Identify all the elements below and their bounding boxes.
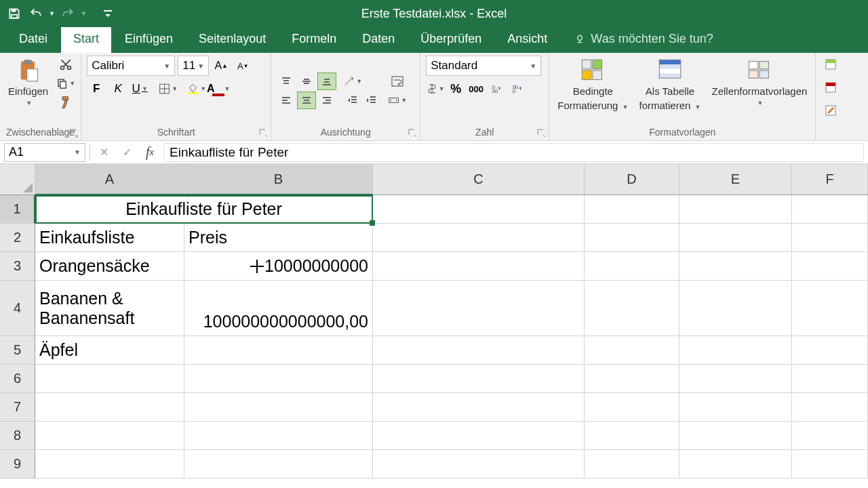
cell-A1[interactable]: Einkaufliste für Peter (35, 195, 373, 224)
align-left-button[interactable] (277, 92, 296, 109)
tell-me-search[interactable]: Was möchten Sie tun? (574, 32, 713, 53)
increase-indent-button[interactable] (362, 92, 381, 109)
cut-button[interactable] (56, 56, 75, 73)
cell-C9[interactable] (373, 450, 585, 479)
cell-D8[interactable] (585, 422, 679, 450)
decrease-font-button[interactable]: A▼ (233, 57, 252, 75)
align-right-button[interactable] (317, 92, 336, 109)
copy-button[interactable]: ▼ (56, 75, 75, 92)
font-color-button[interactable]: A ▼ (209, 80, 228, 98)
cell-E8[interactable] (679, 422, 792, 450)
tab-home[interactable]: Start (61, 26, 111, 53)
cell-A5[interactable]: Äpfel (35, 336, 184, 365)
orientation-button[interactable]: ▼ (343, 73, 362, 90)
cell-D7[interactable] (585, 393, 679, 422)
cell-E6[interactable] (679, 365, 792, 393)
cell-B2[interactable]: Preis (184, 224, 373, 252)
col-header-E[interactable]: E (679, 164, 792, 195)
tab-data[interactable]: Daten (350, 26, 407, 53)
cell-E7[interactable] (679, 393, 792, 422)
col-header-B[interactable]: B (184, 164, 373, 195)
format-cells-button[interactable] (821, 102, 840, 119)
number-dialog-launcher[interactable] (536, 128, 546, 138)
decrease-decimal-button[interactable]: .00.0 (507, 80, 526, 98)
cell-C8[interactable] (373, 422, 585, 450)
tab-review[interactable]: Überprüfen (408, 26, 494, 53)
row-header-6[interactable]: 6 (0, 365, 35, 393)
col-header-C[interactable]: C (373, 164, 585, 195)
cell-A6[interactable] (35, 365, 184, 393)
tab-view[interactable]: Ansicht (495, 26, 559, 53)
cell-B8[interactable] (184, 422, 373, 450)
cell-F5[interactable] (792, 336, 868, 365)
cell-B9[interactable] (184, 450, 373, 479)
cell-D4[interactable] (585, 281, 679, 336)
row-header-1[interactable]: 1 (0, 195, 35, 224)
tab-page-layout[interactable]: Seitenlayout (186, 26, 278, 53)
accounting-format-button[interactable]: ▼ (426, 80, 445, 98)
cell-B5[interactable] (184, 336, 373, 365)
cell-F2[interactable] (792, 224, 868, 252)
cell-D1[interactable] (585, 195, 679, 224)
cell-D3[interactable] (585, 252, 679, 281)
redo-button[interactable] (59, 5, 77, 22)
insert-cells-button[interactable] (821, 56, 840, 73)
worksheet-grid[interactable]: ABCDEF 1Einkaufliste für Peter2Einkaufsl… (0, 164, 868, 479)
cell-C6[interactable] (373, 365, 585, 393)
cell-B7[interactable] (184, 393, 373, 422)
cell-E1[interactable] (679, 195, 792, 224)
cell-A9[interactable] (35, 450, 184, 479)
cell-C4[interactable] (373, 281, 585, 336)
cell-E2[interactable] (679, 224, 792, 252)
row-header-5[interactable]: 5 (0, 336, 35, 365)
cell-F4[interactable] (792, 281, 868, 336)
cell-A2[interactable]: Einkaufsliste (35, 224, 184, 252)
cell-A8[interactable] (35, 422, 184, 450)
row-header-4[interactable]: 4 (0, 281, 35, 336)
cell-C2[interactable] (373, 224, 585, 252)
row-header-8[interactable]: 8 (0, 422, 35, 450)
cell-D9[interactable] (585, 450, 679, 479)
qat-customize-button[interactable] (99, 5, 117, 22)
cell-D6[interactable] (585, 365, 679, 393)
increase-font-button[interactable]: A▲ (212, 57, 231, 75)
cell-D2[interactable] (585, 224, 679, 252)
align-bottom-button[interactable] (317, 73, 336, 90)
format-painter-button[interactable] (56, 94, 75, 111)
cell-D5[interactable] (585, 336, 679, 365)
cell-F8[interactable] (792, 422, 868, 450)
cell-E9[interactable] (679, 450, 792, 479)
comma-format-button[interactable]: 000 (467, 80, 486, 98)
increase-decimal-button[interactable]: .0.00 (487, 80, 506, 98)
cell-A7[interactable] (35, 393, 184, 422)
cell-B4[interactable]: 100000000000000,00 (184, 281, 373, 336)
clipboard-dialog-launcher[interactable] (68, 128, 78, 138)
align-middle-button[interactable] (297, 73, 316, 90)
cell-E5[interactable] (679, 336, 792, 365)
align-center-button[interactable] (297, 92, 316, 109)
delete-cells-button[interactable] (821, 79, 840, 96)
tab-formulas[interactable]: Formeln (279, 26, 349, 53)
cell-F3[interactable] (792, 252, 868, 281)
wrap-text-button[interactable] (388, 73, 407, 90)
save-button[interactable] (5, 5, 23, 22)
font-name-select[interactable]: Calibri ▼ (87, 56, 175, 76)
row-header-7[interactable]: 7 (0, 393, 35, 422)
row-header-9[interactable]: 9 (0, 450, 35, 479)
font-dialog-launcher[interactable] (258, 128, 268, 138)
undo-dropdown-icon[interactable]: ▼ (49, 10, 55, 17)
row-header-2[interactable]: 2 (0, 224, 35, 252)
cell-F9[interactable] (792, 450, 868, 479)
cell-C5[interactable] (373, 336, 585, 365)
border-button[interactable]: ▼ (159, 80, 178, 98)
cell-A3[interactable]: Orangensäcke (35, 252, 184, 281)
cell-F7[interactable] (792, 393, 868, 422)
percent-format-button[interactable]: % (446, 80, 465, 98)
cell-C1[interactable] (373, 195, 585, 224)
cell-C7[interactable] (373, 393, 585, 422)
col-header-A[interactable]: A (35, 164, 184, 195)
cell-styles-button[interactable]: Zellenformatvorlagen ▼ (709, 56, 810, 109)
cell-F1[interactable] (792, 195, 868, 224)
paste-button[interactable]: Einfügen ▼ (5, 56, 51, 109)
cell-B6[interactable] (184, 365, 373, 393)
